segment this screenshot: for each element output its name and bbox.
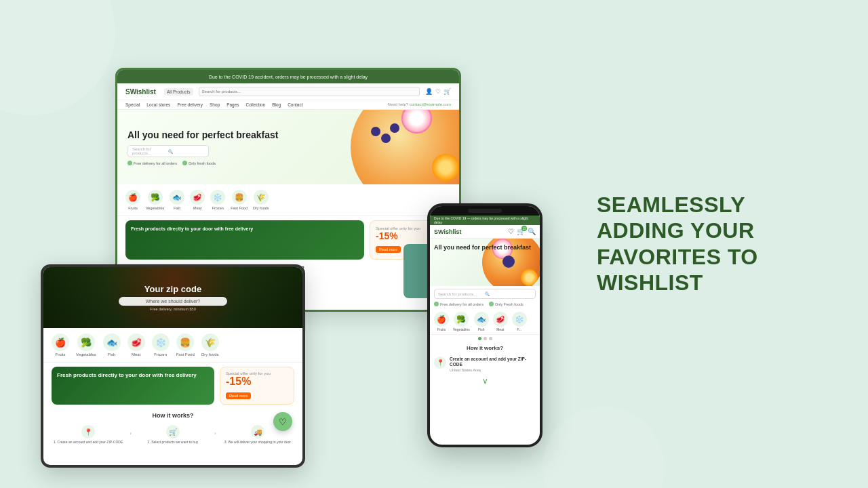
- desktop-nav-categories: All Products: [164, 88, 193, 96]
- phone-search-nav-icon[interactable]: 🔍: [528, 228, 536, 235]
- tablet-cat-meat[interactable]: 🥩 Meat: [127, 333, 145, 357]
- fruits-icon: 🍎: [125, 190, 140, 205]
- tablet-promo-title: Fresh products directly to your door wit…: [57, 372, 209, 379]
- phone-search-bar[interactable]: Search for products... 🔍: [434, 289, 536, 299]
- step-3-icon: 🚚: [251, 425, 264, 439]
- tablet-discount: -15%: [226, 375, 288, 388]
- tablet-delivery-tag: Free delivery, minimum $50: [150, 307, 195, 311]
- dot-2[interactable]: [484, 337, 487, 340]
- tablet-meat-icon: 🥩: [127, 333, 145, 351]
- tablet-how-title: How it works?: [43, 409, 302, 422]
- fresh-foods-badge: Only fresh foods: [182, 161, 216, 165]
- desktop-hero-image: [323, 110, 459, 184]
- tablet-cat-fish[interactable]: 🐟 Fish: [103, 333, 121, 357]
- tablet-dry-icon: 🌾: [201, 333, 219, 351]
- phone-alert-bar: Due to the COVID 19 — orders may be proc…: [430, 216, 540, 225]
- step-2-icon: 🛒: [166, 425, 180, 439]
- main-tagline: SEAMLESSLY ADDING YOUR FAVORITES TO WISH…: [597, 192, 827, 296]
- phone-step-icon: 📍: [434, 357, 446, 369]
- phone-badge-dot-1: [434, 302, 439, 306]
- phone-fruits-icon: 🍎: [434, 312, 449, 327]
- main-container: Due to the COVID 19 accident, orders may…: [0, 0, 868, 488]
- tablet-hero-title: Your zip code: [144, 284, 201, 294]
- phone-cat-fruits[interactable]: 🍎 Fruits: [434, 312, 449, 331]
- free-delivery-badge: Free delivery for all orders: [127, 161, 177, 165]
- need-help-text: Need help? contact@example.com: [388, 102, 451, 107]
- tablet-fruits-icon: 🍎: [52, 333, 69, 351]
- cat-meat[interactable]: 🥩 Meat: [190, 190, 205, 210]
- cat-fish[interactable]: 🐟 Fish: [170, 190, 184, 210]
- phone-expand-icon[interactable]: ∨: [430, 375, 540, 387]
- desktop-hero-search[interactable]: Search for products... 🔍: [127, 145, 209, 157]
- tablet-read-more-button[interactable]: Read more: [226, 392, 251, 399]
- dot-1[interactable]: [478, 337, 481, 340]
- phone-meat-icon: 🥩: [493, 312, 508, 327]
- phone-step-info: Create an account and add your ZIP-CODE …: [450, 357, 536, 372]
- phone-blueberry: [502, 256, 515, 268]
- step-arrow-1: ›: [130, 430, 132, 445]
- promo-card-green: Fresh products directly to your door wit…: [125, 220, 364, 260]
- cat-dry[interactable]: 🌾 Dry foods: [253, 190, 269, 210]
- phone-hero-title: All you need for perfect breakfast: [434, 244, 531, 252]
- step-2: 🛒 2. Select products we want to buy: [135, 425, 211, 445]
- phone-orange: [521, 269, 538, 286]
- wishlist-fab-button[interactable]: ♡: [273, 412, 292, 431]
- cat-frozen[interactable]: ❄️ Frozen: [210, 190, 225, 210]
- tablet-cat-fruits[interactable]: 🍎 Fruits: [52, 333, 69, 357]
- dragonfruit: [401, 110, 432, 134]
- phone-hero-text: All you need for perfect breakfast: [434, 244, 531, 252]
- tablet-cat-frozen[interactable]: ❄️ Frozen: [152, 333, 170, 357]
- tablet-cat-dry[interactable]: 🌾 Dry foods: [201, 333, 219, 357]
- user-icon[interactable]: 👤: [425, 88, 433, 95]
- dot-3[interactable]: [489, 337, 492, 340]
- phone-notch: [430, 206, 540, 216]
- tablet-hero-bg: Your zip code Where we should deliver? F…: [43, 267, 302, 328]
- phone-wishlist-icon[interactable]: ♡: [508, 228, 514, 235]
- phone-fish-icon: 🐟: [474, 312, 489, 327]
- badge-dot-1: [127, 161, 132, 165]
- phone-notch-pill: [468, 209, 502, 213]
- fruit-details: [357, 110, 459, 184]
- phone-cat-vegetables[interactable]: 🥦 Vegetables: [453, 312, 470, 331]
- tablet-categories: 🍎 Fruits 🥦 Vegetables 🐟 Fish 🥩 Meat ❄️: [43, 328, 302, 363]
- tablet-vegetables-icon: 🥦: [77, 333, 95, 351]
- phone-hero: All you need for perfect breakfast: [430, 239, 540, 286]
- phone-delivery-badge: Free delivery for all orders: [434, 302, 484, 306]
- badge-dot-2: [182, 161, 187, 165]
- phone-step-title: Create an account and add your ZIP-CODE: [450, 357, 536, 368]
- cart-icon[interactable]: 🛒: [443, 88, 451, 95]
- tablet-cat-fastfood[interactable]: 🍔 Fast Food: [176, 333, 195, 357]
- meat-icon: 🥩: [190, 190, 205, 205]
- phone-cat-frozen[interactable]: ❄️ F...: [512, 312, 527, 331]
- tablet-zip-input[interactable]: Where we should deliver?: [119, 297, 227, 306]
- cart-count-badge: 12: [521, 226, 527, 231]
- phone-how-title: How it works?: [430, 342, 540, 354]
- desktop-hero: All you need for perfect breakfast Searc…: [117, 110, 459, 184]
- phone-nav-icons: ♡ 🛒 12 🔍: [508, 228, 536, 235]
- cat-fruits[interactable]: 🍎 Fruits: [125, 190, 140, 210]
- tablet-fastfood-icon: 🍔: [176, 333, 194, 351]
- desktop-categories: 🍎 Fruits 🥦 Vegetables 🐟 Fish 🥩 Meat ❄️: [117, 184, 459, 216]
- phone-fresh-badge: Only Fresh foods: [489, 302, 524, 306]
- promo-green-title: Fresh products directly to your door wit…: [131, 226, 359, 232]
- cat-vegetables[interactable]: 🥦 Vegetables: [146, 190, 164, 210]
- phone-cat-fish[interactable]: 🐟 Fish: [474, 312, 489, 331]
- cat-fastfood[interactable]: 🍔 Fast Food: [231, 190, 248, 210]
- wishlist-icon[interactable]: ♡: [435, 88, 441, 95]
- fruit-plate: [351, 110, 459, 184]
- phone-carousel-dots: [430, 335, 540, 342]
- tablet-promo-peach: Special offer only for you -15% Read mor…: [220, 367, 294, 405]
- phone-logo: SWishlist: [434, 228, 508, 235]
- tablet-promo-green: Fresh products directly to your door wit…: [52, 367, 214, 405]
- desktop-hero-badges: Free delivery for all orders Only fresh …: [127, 161, 313, 165]
- promo-read-more-button[interactable]: Read more: [376, 246, 401, 253]
- tablet-cat-vegetables[interactable]: 🥦 Vegetables: [76, 333, 96, 357]
- tablet-frozen-icon: ❄️: [152, 333, 170, 351]
- blueberry-2: [381, 134, 391, 143]
- phone-cat-meat[interactable]: 🥩 Meat: [493, 312, 508, 331]
- blueberry-3: [390, 123, 399, 133]
- desktop-search-input[interactable]: [199, 87, 420, 96]
- devices-container: Due to the COVID 19 accident, orders may…: [41, 14, 556, 474]
- phone-badges: Free delivery for all orders Only Fresh …: [430, 302, 540, 309]
- phone-categories: 🍎 Fruits 🥦 Vegetables 🐟 Fish 🥩 Meat ❄️: [430, 309, 540, 335]
